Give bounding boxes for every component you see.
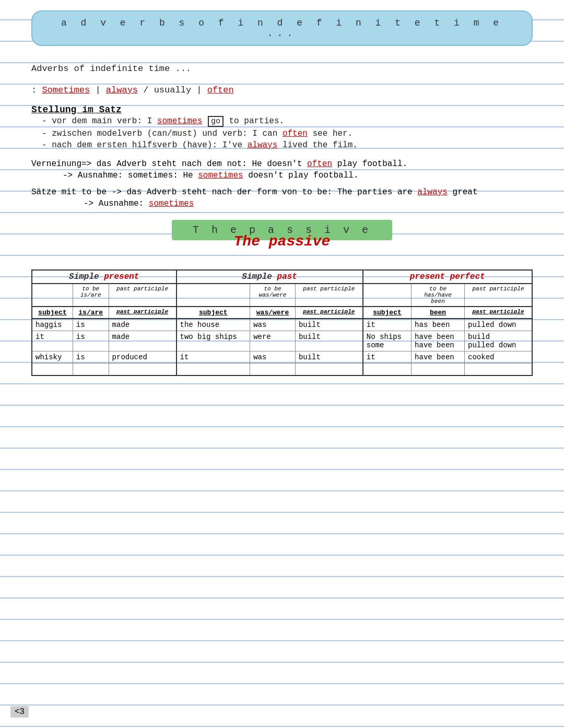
empty-7	[363, 363, 412, 375]
empty-1	[32, 363, 73, 375]
go-box: go	[208, 116, 224, 127]
empty-5	[250, 363, 296, 375]
adverbs-title: Adverbs of indefinite time ...	[31, 62, 533, 77]
table-tobe-row: to beis/are past participle to bewas/wer…	[32, 284, 532, 307]
sp-subj-2: it	[32, 331, 73, 351]
present-perfect-title: present perfect	[363, 270, 532, 284]
pperf-pp-2: buildpulled down	[465, 331, 532, 351]
table-row-1: haggis is made the house was built it ha…	[32, 319, 532, 331]
passive-title: The passive	[234, 233, 331, 250]
pperf-subj-2: No shipssome	[363, 331, 412, 351]
past-tobe-1: was	[250, 319, 296, 331]
verneinung-main: Verneinung=> das Adverb steht nach dem n…	[31, 159, 533, 169]
past-tobe-3: was	[250, 351, 296, 363]
empty-8	[412, 363, 465, 375]
col-tobe-3: been	[412, 307, 465, 319]
table-section-titles: Simple present Simple past present perfe…	[32, 270, 532, 284]
sometimes-saetze: sometimes	[149, 199, 194, 208]
header-banner: a d v e r b s o f i n d e f i n i t e t …	[31, 10, 533, 46]
past-subj-3: it	[177, 351, 250, 363]
always-saetze: always	[417, 187, 448, 197]
empty-4	[177, 363, 250, 375]
past-subj-1: the house	[177, 319, 250, 331]
verneinung-ausnahme: -> Ausnahme: sometimes: He sometimes doe…	[63, 171, 533, 180]
empty-2	[73, 363, 109, 375]
col-subject-1: subject	[32, 307, 73, 319]
bullet-1: - vor dem main verb: I sometimes go to p…	[42, 116, 533, 127]
simple-past-title: Simple past	[177, 270, 363, 284]
past-pp-1: built	[295, 319, 362, 331]
bullet-2: - zwischen modelverb (can/must) und verb…	[42, 129, 533, 138]
sp-pp-1: made	[109, 319, 176, 331]
often-verneinung: often	[307, 159, 332, 169]
past-pp-3: built	[295, 351, 362, 363]
often-inline: often	[283, 129, 308, 138]
empty-3	[109, 363, 176, 375]
table-col-headers: subject is/are past participle subject w…	[32, 307, 532, 319]
past-tobe-2: were	[250, 331, 296, 351]
sometimes-inline: sometimes	[157, 116, 202, 126]
stellung-title: Stellung im Satz	[31, 104, 533, 115]
table-row-3: whisky is produced it was built it have …	[32, 351, 532, 363]
sp-pp-2: made	[109, 331, 176, 351]
sp-tobe-3: is	[73, 351, 109, 363]
sp-subj-1: haggis	[32, 319, 73, 331]
table-row-empty	[32, 363, 532, 375]
grammar-table: Simple present Simple past present perfe…	[31, 269, 533, 376]
main-content: a d v e r b s o f i n d e f i n i t e t …	[0, 0, 564, 397]
col-subject-2: subject	[177, 307, 250, 319]
sometimes-word: Sometimes	[42, 85, 90, 95]
past-subj-2: two big ships	[177, 331, 250, 351]
empty-6	[295, 363, 362, 375]
empty-9	[465, 363, 532, 375]
verneinung-label: Verneinung=> das Adverb steht nach dem n…	[31, 159, 407, 169]
col-subject-3: subject	[363, 307, 412, 319]
pperf-tobe-3: have been	[412, 351, 465, 363]
simple-present-title: Simple present	[32, 270, 177, 284]
table-body: haggis is made the house was built it ha…	[32, 319, 532, 375]
sp-pp-3: produced	[109, 351, 176, 363]
page-number: <3	[10, 706, 29, 718]
pperf-tobe-1: has been	[412, 319, 465, 331]
col-tobe-2: was/were	[250, 307, 296, 319]
col-pp-2: past participle	[295, 307, 362, 319]
saetze-main: Sätze mit to be -> das Adverb steht nach…	[31, 187, 533, 197]
pperf-pp-1: pulled down	[465, 319, 532, 331]
passive-banner-wrapper: T h e p a s s i v e The passive	[31, 220, 533, 240]
always-word: always	[106, 85, 138, 95]
sp-tobe-2: is	[73, 331, 109, 351]
pperf-pp-3: cooked	[465, 351, 532, 363]
page: a d v e r b s o f i n d e f i n i t e t …	[0, 0, 564, 728]
saetze-block: Sätze mit to be -> das Adverb steht nach…	[31, 187, 533, 208]
table-row-2: it is made two big ships were built No s…	[32, 331, 532, 351]
verneinung-block: Verneinung=> das Adverb steht nach dem n…	[31, 159, 533, 180]
sp-tobe-1: is	[73, 319, 109, 331]
intro-section: Adverbs of indefinite time ... : Sometim…	[31, 62, 533, 98]
col-tobe-1: is/are	[73, 307, 109, 319]
sometimes-verneinung: sometimes	[198, 171, 243, 180]
past-pp-2: built	[295, 331, 362, 351]
col-pp-1: past participle	[109, 307, 176, 319]
pperf-tobe-2: have beenhave been	[412, 331, 465, 351]
sp-subj-3: whisky	[32, 351, 73, 363]
col-pp-3: past participle	[465, 307, 532, 319]
always-inline: always	[248, 140, 278, 150]
pperf-subj-3: it	[363, 351, 412, 363]
stellung-block: Stellung im Satz - vor dem main verb: I …	[31, 104, 533, 150]
bullet-3: - nach dem ersten hilfsverb (have): I've…	[42, 140, 533, 150]
saetze-ausnahme: -> Ausnahme: sometimes	[84, 199, 533, 208]
often-word: often	[207, 85, 234, 95]
pperf-subj-1: it	[363, 319, 412, 331]
examples-line: : Sometimes | always / usually | often	[31, 83, 533, 98]
